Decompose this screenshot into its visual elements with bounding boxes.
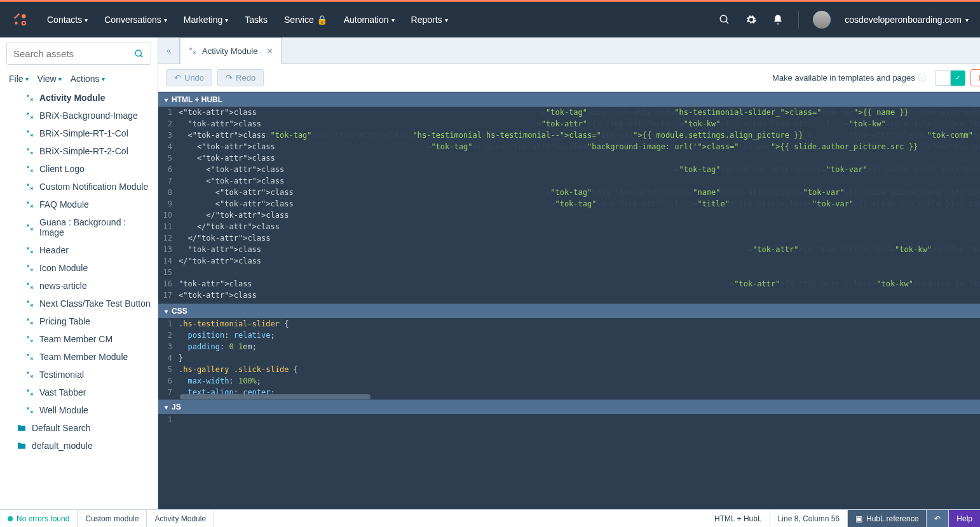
help-button[interactable]: Help <box>949 510 980 527</box>
module-icon <box>25 264 34 272</box>
tab-bar: « Activity Module ✕ ▾ <box>158 37 980 64</box>
tree-folder[interactable]: default_module <box>5 437 158 455</box>
svg-rect-2 <box>14 13 20 19</box>
avatar[interactable] <box>813 11 831 29</box>
tree-item[interactable]: BRiX-Background-Image <box>5 107 158 124</box>
nav-service[interactable]: Service🔒 <box>284 15 327 25</box>
tree-item[interactable]: Testimonial <box>5 366 158 384</box>
tree-item[interactable]: BRiX-Simple-RT-2-Col <box>5 142 158 160</box>
tree-item[interactable]: Client Logo <box>5 160 158 178</box>
file-tree[interactable]: Activity ModuleBRiX-Background-ImageBRiX… <box>0 89 158 527</box>
search-icon[interactable] <box>134 49 144 59</box>
availability-label: Make available in templates and pages ⓘ <box>772 72 926 84</box>
status-dot-icon <box>8 516 13 521</box>
status-errors[interactable]: No errors found <box>0 510 78 527</box>
tree-item[interactable]: Team Member CM <box>5 330 158 348</box>
tree-item[interactable]: news-article <box>5 277 158 295</box>
pane-header-css[interactable]: ▾CSS <box>158 304 980 318</box>
nav-right: cosdeveloperonboarding.com▾ <box>718 11 969 29</box>
nav-contacts[interactable]: Contacts▾ <box>47 15 88 25</box>
code-editor-html[interactable]: 1<"tok-attr">class="tok-tag">div "tok-at… <box>158 107 980 304</box>
tree-item-label: Testimonial <box>39 370 84 380</box>
top-nav: Contacts▾ Conversations▾ Marketing▾ Task… <box>0 2 980 37</box>
svg-point-4 <box>721 15 728 22</box>
undo-button[interactable]: ↶Undo <box>166 69 212 86</box>
nav-automation[interactable]: Automation▾ <box>344 15 395 25</box>
tree-item[interactable]: Icon Module <box>5 259 158 277</box>
tree-item-label: Icon Module <box>39 263 88 273</box>
tree-item[interactable]: Custom Notification Module <box>5 178 158 196</box>
info-icon[interactable]: ⓘ <box>918 72 926 84</box>
tree-item-label: Header <box>39 245 69 255</box>
tree-item[interactable]: Well Module <box>5 401 158 419</box>
availability-toggle[interactable]: ✓ <box>935 70 965 86</box>
gear-icon[interactable] <box>745 13 758 26</box>
redo-icon: ↷ <box>226 73 233 83</box>
tree-item[interactable]: Activity Module <box>5 89 158 107</box>
collapse-sidebar-button[interactable]: « <box>158 37 180 64</box>
account-switcher[interactable]: cosdeveloperonboarding.com▾ <box>845 15 969 25</box>
tree-item[interactable]: Team Member Module <box>5 348 158 366</box>
status-position: Line 8, Column 56 <box>770 510 848 527</box>
tab-label: Activity Module <box>202 46 257 56</box>
menu-view[interactable]: View ▾ <box>37 74 62 84</box>
tree-item[interactable]: Pricing Table <box>5 312 158 330</box>
pane-header-html[interactable]: ▾HTML + HUBL <box>158 92 980 107</box>
module-icon <box>25 388 34 397</box>
module-icon <box>25 246 34 255</box>
search-icon[interactable] <box>718 13 731 26</box>
tree-item-label: BRiX-Simple-RT-1-Col <box>39 128 128 138</box>
tree-item[interactable]: Header <box>5 241 158 259</box>
sidebar-menus: File ▾ View ▾ Actions ▾ <box>0 71 158 89</box>
redo-button[interactable]: ↷Redo <box>217 69 264 86</box>
nav-reports[interactable]: Reports▾ <box>411 15 448 25</box>
nav-items: Contacts▾ Conversations▾ Marketing▾ Task… <box>47 15 448 25</box>
scrollbar-thumb[interactable] <box>180 394 371 399</box>
svg-point-1 <box>15 22 17 24</box>
module-icon <box>188 46 197 55</box>
module-icon <box>25 370 34 379</box>
module-icon <box>25 129 34 138</box>
svg-line-5 <box>726 21 729 23</box>
module-icon <box>25 406 34 415</box>
module-icon <box>25 147 34 156</box>
tree-item[interactable]: BRiX-Simple-RT-1-Col <box>5 124 158 142</box>
tree-item[interactable]: Next Class/Take Test Button <box>5 295 158 312</box>
tree-item-label: default_module <box>32 441 93 451</box>
hubl-reference-button[interactable]: ▣HubL reference <box>848 510 927 527</box>
tree-item-label: Guana : Background : Image <box>39 217 153 237</box>
module-icon <box>25 164 34 173</box>
hubspot-logo[interactable] <box>11 11 29 29</box>
svg-point-6 <box>135 50 141 56</box>
status-name: Activity Module <box>147 510 214 527</box>
tree-item[interactable]: Vast Tabber <box>5 384 158 401</box>
action-bar: ↶Undo ↷Redo Make available in templates … <box>158 64 980 92</box>
status-undo-button[interactable]: ↶ <box>927 510 949 527</box>
tree-item[interactable]: FAQ Module <box>5 196 158 213</box>
status-bar: No errors found Custom module Activity M… <box>0 509 980 527</box>
tab-activity-module[interactable]: Activity Module ✕ <box>180 37 282 64</box>
nav-conversations[interactable]: Conversations▾ <box>104 15 167 25</box>
tree-item-label: Default Search <box>32 423 91 433</box>
menu-actions[interactable]: Actions ▾ <box>71 74 105 84</box>
close-icon[interactable]: ✕ <box>266 46 273 56</box>
folder-icon <box>17 423 27 433</box>
nav-tasks[interactable]: Tasks <box>245 15 268 25</box>
module-icon <box>25 335 34 344</box>
tree-item-label: Activity Module <box>39 93 105 103</box>
search-assets-input[interactable] <box>13 48 134 59</box>
undo-icon: ↶ <box>174 73 181 83</box>
tree-folder[interactable]: Default Search <box>5 419 158 437</box>
module-icon <box>25 299 34 308</box>
menu-file[interactable]: File ▾ <box>9 74 29 84</box>
tree-item[interactable]: Guana : Background : Image <box>5 213 158 241</box>
tree-item-label: Next Class/Take Test Button <box>39 298 151 309</box>
module-icon <box>25 317 34 326</box>
workspace: File ▾ View ▾ Actions ▾ Activity ModuleB… <box>0 37 980 527</box>
pane-header-js[interactable]: ▾JS <box>158 399 980 414</box>
nav-marketing[interactable]: Marketing▾ <box>184 15 228 25</box>
bell-icon[interactable] <box>772 13 784 26</box>
search-assets[interactable] <box>6 43 151 65</box>
preview-button[interactable]: Preview <box>970 69 980 86</box>
code-editor-css[interactable]: 1.hs-testimonial-slider {2 position: rel… <box>158 318 980 399</box>
